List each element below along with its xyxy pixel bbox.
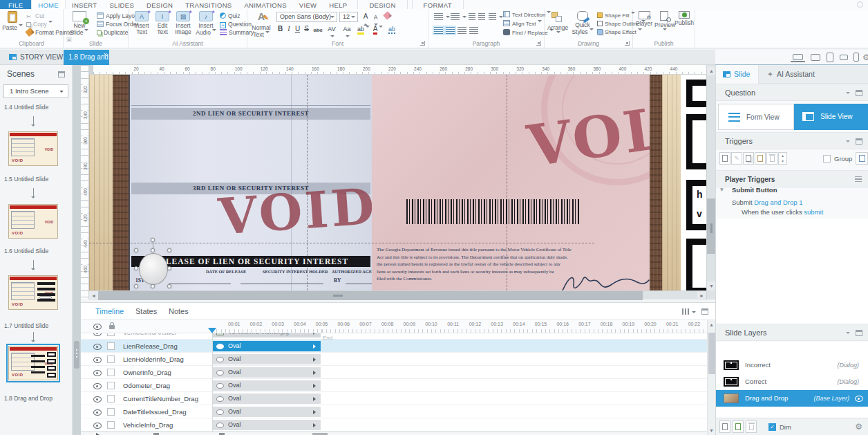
- layer-row-drag-and-drop[interactable]: Drag and Drop(Base Layer): [716, 390, 868, 407]
- bold-button[interactable]: B: [276, 24, 284, 34]
- timeline-row-CurrentTitleNumber_Drag[interactable]: CurrentTitleNumber_DragOval: [81, 392, 707, 405]
- ribbon-tab-insert[interactable]: INSERT: [66, 0, 103, 9]
- title-front-document[interactable]: VOID The Georgia Department of Revenue i…: [372, 75, 650, 290]
- paste-button[interactable]: Paste: [1, 11, 23, 31]
- decrease-indent-button[interactable]: [469, 13, 475, 20]
- bullets-caret-icon[interactable]: [446, 16, 450, 20]
- duplicate-button[interactable]: Duplicate: [97, 28, 128, 37]
- timeline-zoom-icon[interactable]: [682, 308, 689, 315]
- text-highlight-pen-icon[interactable]: [383, 12, 391, 21]
- timeline-row-VehicleInfoAnswer[interactable]: VehicleInfoAnswerVehicleInfoAnswer.jpg: [81, 333, 707, 340]
- slide-thumbnail-1.6[interactable]: VOIDVOID: [8, 204, 58, 239]
- tab-ai-assistant[interactable]: ✦ AI Assistant: [759, 65, 828, 84]
- timeline-row-DateTitleIssued_Drag[interactable]: DateTitleIssued_DragOval: [81, 405, 707, 418]
- layer-row-incorrect[interactable]: Incorrect(Dialog): [716, 357, 868, 373]
- selection-handle[interactable]: [134, 248, 138, 252]
- row-lock-checkbox[interactable]: [107, 333, 115, 336]
- player-button[interactable]: ⚙ Player: [634, 11, 654, 27]
- tab-slide-1-8[interactable]: 1.8 Drag and ... ×: [64, 50, 109, 65]
- timeline-collapse-icon[interactable]: [701, 308, 708, 315]
- ribbon-tab-format-contextual[interactable]: FORMAT: [412, 0, 464, 9]
- normal-text-button[interactable]: A✎ Normal Text: [249, 11, 274, 38]
- ribbon-tab-home[interactable]: HOME: [31, 0, 66, 9]
- row-visibility-icon[interactable]: [93, 383, 102, 389]
- paragraph-dialog-launcher-icon[interactable]: [536, 41, 541, 46]
- tablet-landscape-icon[interactable]: [811, 54, 820, 61]
- h-scroll-thumb[interactable]: [98, 291, 643, 300]
- preview-settings-gear-icon[interactable]: ⚙: [862, 53, 868, 62]
- scroll-right-icon[interactable]: ►: [697, 291, 706, 300]
- numbering-button[interactable]: [451, 13, 460, 20]
- align-center-button[interactable]: [446, 27, 455, 34]
- edit-trigger-button[interactable]: ✎: [731, 152, 742, 165]
- timeline-row-VehicleInfo_Drag[interactable]: VehicleInfo_DragOval: [81, 418, 707, 432]
- layer-visibility-icon[interactable]: [855, 396, 863, 401]
- delete-trigger-button[interactable]: [766, 152, 777, 165]
- timeline-scroll-up-icon[interactable]: ▲: [708, 320, 715, 328]
- slide-thumbnail-1.8[interactable]: VOIDVOID: [8, 346, 58, 380]
- slide-label[interactable]: 1.5 Untitled Slide: [4, 176, 48, 183]
- drop-target-box[interactable]: [686, 239, 706, 290]
- row-visibility-icon[interactable]: [93, 357, 102, 362]
- timeline-scroll-thumb[interactable]: [708, 333, 715, 374]
- dim-checkbox[interactable]: ✓: [768, 423, 776, 431]
- trigger-when-line[interactable]: When the user clicks submit: [742, 208, 823, 216]
- ai-insert-audio-button[interactable]: ♪Insert Audio: [195, 11, 217, 36]
- timeline-object-bar[interactable]: Oval: [212, 380, 321, 391]
- title-back-document[interactable]: 2ND LIEN OR SECURITY INTEREST 3RD LIEN O…: [129, 75, 372, 290]
- highlight-color-button[interactable]: ab: [357, 24, 370, 34]
- new-slide-button[interactable]: + New Slide: [66, 11, 93, 36]
- ai-quiz-button[interactable]: Quiz: [220, 12, 240, 20]
- close-tab-icon[interactable]: ×: [104, 47, 107, 62]
- slide-thumbnail-1.7[interactable]: VOIDVOID: [8, 275, 58, 310]
- justify-button[interactable]: [469, 27, 478, 34]
- duplicate-layer-button[interactable]: [733, 420, 744, 433]
- bar-extend-arrow-icon[interactable]: [313, 344, 318, 349]
- bar-extend-arrow-icon[interactable]: [313, 384, 318, 388]
- numbering-caret-icon[interactable]: [462, 16, 466, 20]
- slide-view-button[interactable]: Slide View: [794, 104, 868, 130]
- selection-handle[interactable]: [151, 284, 155, 288]
- trigger-group-name[interactable]: Submit Button: [732, 186, 777, 194]
- font-size-select[interactable]: 12: [339, 12, 358, 22]
- scroll-left-icon[interactable]: ◄: [89, 291, 98, 300]
- ai-insert-text-button[interactable]: AInsert Text: [131, 11, 152, 35]
- question-section-header[interactable]: Question: [716, 84, 868, 101]
- selection-handle[interactable]: [134, 284, 138, 288]
- align-left-button[interactable]: [434, 27, 443, 34]
- align-text-button[interactable]: Align Text: [503, 20, 542, 28]
- rotation-handle[interactable]: [151, 238, 155, 242]
- tab-states[interactable]: States: [135, 303, 157, 320]
- row-visibility-icon[interactable]: [93, 409, 102, 415]
- tablet-portrait-icon[interactable]: [827, 53, 833, 62]
- bar-extend-arrow-icon[interactable]: [313, 423, 318, 427]
- panel-splitter[interactable]: [73, 65, 81, 435]
- canvas-vertical-scrollbar[interactable]: ▲ ▼: [706, 65, 715, 299]
- trigger-target-link[interactable]: Drag and Drop 1: [754, 198, 802, 206]
- phone-landscape-icon[interactable]: [840, 55, 848, 60]
- row-visibility-icon[interactable]: [93, 344, 102, 349]
- ribbon-tab-view[interactable]: VIEW: [293, 0, 323, 9]
- bar-extend-arrow-icon[interactable]: [313, 333, 318, 335]
- strikethrough-button[interactable]: S: [303, 24, 310, 34]
- copy-trigger-button[interactable]: [743, 152, 754, 165]
- row-lock-checkbox[interactable]: [107, 408, 115, 416]
- drawing-dialog-launcher-icon[interactable]: [625, 41, 630, 46]
- timeline-scroll-down-icon[interactable]: ▼: [708, 426, 715, 434]
- question-caret-icon[interactable]: [846, 92, 850, 96]
- row-object-name[interactable]: CurrentTitleNumber_Drag: [123, 392, 198, 405]
- selection-handle[interactable]: [134, 266, 138, 270]
- timeline-object-bar[interactable]: Oval: [212, 367, 321, 378]
- drop-target-box[interactable]: [686, 114, 706, 169]
- row-object-name[interactable]: OwnerInfo_Drag: [123, 366, 171, 379]
- tab-timeline[interactable]: Timeline: [95, 303, 124, 320]
- question-collapse-icon[interactable]: [856, 90, 862, 96]
- subscript-button[interactable]: abc: [312, 26, 324, 35]
- selection-handle[interactable]: [167, 284, 171, 288]
- row-lock-checkbox[interactable]: [107, 355, 115, 363]
- slide-label[interactable]: 1.7 Untitled Slide: [4, 322, 48, 329]
- trigger-group-chevron-icon[interactable]: ▾: [720, 185, 724, 193]
- ribbon-tab-animations[interactable]: ANIMATIONS: [238, 0, 292, 9]
- slide-thumbnail-1.5[interactable]: VOIDVOID: [8, 131, 58, 166]
- triggers-section-header[interactable]: Triggers: [716, 132, 868, 149]
